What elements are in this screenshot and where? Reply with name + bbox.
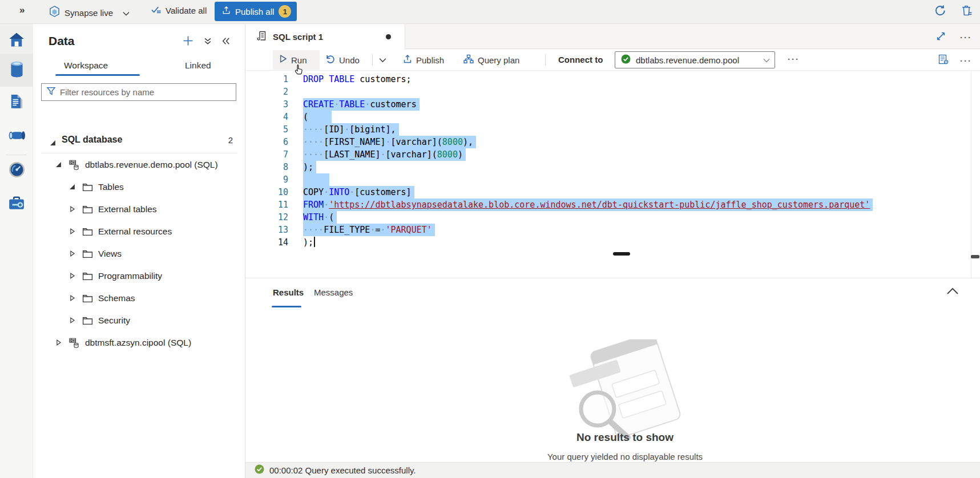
gauge-icon bbox=[9, 161, 25, 180]
run-options-chevron[interactable] bbox=[379, 49, 386, 71]
tab-more-actions[interactable]: ··· bbox=[960, 33, 972, 42]
section-sql-database[interactable]: SQL database 2 bbox=[33, 131, 245, 152]
refresh-icon[interactable] bbox=[934, 5, 946, 19]
collapsed-arrow-icon[interactable] bbox=[69, 228, 77, 234]
expand-all-icon[interactable] bbox=[204, 37, 212, 47]
undo-label: Undo bbox=[339, 55, 360, 65]
publish-all-label: Publish all bbox=[235, 7, 274, 17]
collapsed-arrow-icon[interactable] bbox=[69, 250, 77, 257]
code-line-8: 8); bbox=[245, 161, 873, 173]
code-line-1: 1DROP TABLE customers; bbox=[245, 73, 873, 86]
tree-item-label: dbtlabs.revenue.demo.pool (SQL) bbox=[85, 160, 218, 170]
line-number: 14 bbox=[245, 236, 288, 249]
publish-count-badge: 1 bbox=[279, 5, 291, 18]
collapse-panel-icon[interactable] bbox=[222, 37, 230, 47]
line-number: 4 bbox=[245, 111, 288, 123]
nav-monitor-button[interactable] bbox=[0, 154, 33, 187]
resource-tree: dbtlabs.revenue.demo.pool (SQL)TablesExt… bbox=[33, 153, 245, 354]
line-number: 9 bbox=[245, 173, 288, 186]
filter-input[interactable] bbox=[60, 87, 236, 97]
sql-code-editor[interactable]: 1DROP TABLE customers;23CREATE·TABLE·cus… bbox=[245, 71, 980, 278]
tab-title: SQL script 1 bbox=[273, 32, 323, 42]
code-line-10: 10COPY·INTO·[customers] bbox=[245, 186, 873, 199]
left-nav-rail bbox=[0, 24, 33, 478]
results-panel: No results to show Your query yielded no… bbox=[245, 308, 980, 462]
folder-icon bbox=[82, 205, 93, 214]
properties-icon[interactable] bbox=[938, 54, 949, 67]
editor-scrollbar-gutter bbox=[971, 71, 971, 278]
expanded-arrow-icon[interactable] bbox=[50, 138, 56, 148]
tree-item-external-tables[interactable]: External tables bbox=[33, 198, 245, 220]
dropdown-chevron-icon bbox=[763, 55, 770, 65]
publish-upload-icon bbox=[403, 54, 412, 66]
line-number: 12 bbox=[245, 211, 288, 224]
environment-switcher[interactable]: Synapse live bbox=[49, 5, 113, 20]
tree-item-dbtmsft-azsyn-cipool-sql[interactable]: dbtmsft.azsyn.cipool (SQL) bbox=[33, 331, 245, 354]
tab-sql-script-1[interactable]: SQL script 1 bbox=[245, 24, 405, 49]
nav-data-button[interactable] bbox=[0, 54, 33, 87]
code-line-7: 7····[LAST_NAME]·[varchar](8000) bbox=[245, 148, 873, 161]
tree-item-label: Security bbox=[98, 315, 130, 326]
collapsed-arrow-icon[interactable] bbox=[69, 295, 77, 301]
tab-workspace[interactable]: Workspace bbox=[64, 60, 108, 71]
tree-item-views[interactable]: Views bbox=[33, 242, 245, 265]
tree-item-label: External resources bbox=[98, 226, 172, 237]
publish-all-button[interactable]: Publish all 1 bbox=[215, 2, 297, 21]
nav-integrate-button[interactable] bbox=[0, 120, 33, 153]
expanded-arrow-icon[interactable] bbox=[55, 161, 63, 168]
tab-results[interactable]: Results bbox=[273, 287, 304, 297]
publish-button[interactable]: Publish bbox=[403, 49, 444, 71]
nav-manage-button[interactable] bbox=[0, 188, 33, 221]
query-plan-icon bbox=[463, 54, 474, 66]
scrollbar-thumb[interactable] bbox=[971, 255, 979, 258]
code-line-11: 11FROM·'https://dbtlabsynapsedatalake.bl… bbox=[245, 199, 873, 211]
add-resource-icon[interactable] bbox=[183, 35, 193, 48]
query-plan-button[interactable]: Query plan bbox=[463, 49, 519, 71]
code-line-5: 5····[ID]·[bigint], bbox=[245, 123, 873, 136]
nav-home-button[interactable] bbox=[0, 24, 33, 57]
tree-item-tables[interactable]: Tables bbox=[33, 176, 245, 198]
collapsed-arrow-icon[interactable] bbox=[69, 206, 77, 212]
toolbar-more-actions[interactable]: ··· bbox=[788, 54, 800, 64]
validate-all-button[interactable]: Validate all bbox=[151, 5, 207, 16]
code-line-3: 3CREATE·TABLE·customers bbox=[245, 98, 873, 111]
line-number: 11 bbox=[245, 199, 288, 211]
undo-button[interactable]: Undo bbox=[325, 49, 360, 71]
tree-item-dbtlabs-revenue-demo-pool-sql[interactable]: dbtlabs.revenue.demo.pool (SQL) bbox=[33, 153, 245, 176]
connect-to-dropdown[interactable]: dbtlabs.revenue.demo.pool bbox=[615, 51, 775, 68]
expand-menu-icon[interactable]: » bbox=[19, 5, 23, 16]
tree-item-schemas[interactable]: Schemas bbox=[33, 287, 245, 309]
tree-item-security[interactable]: Security bbox=[33, 309, 245, 331]
filter-funnel-icon bbox=[47, 87, 55, 98]
line-number: 10 bbox=[245, 186, 288, 199]
connect-to-label: Connect to bbox=[558, 55, 603, 64]
code-line-9: 9 bbox=[245, 173, 873, 186]
discard-all-icon[interactable] bbox=[961, 5, 972, 19]
editor-more-actions[interactable]: ··· bbox=[960, 56, 972, 66]
run-label: Run bbox=[291, 55, 307, 65]
editor-toolbar: Run Undo Publish bbox=[245, 49, 980, 71]
tab-messages[interactable]: Messages bbox=[314, 287, 353, 297]
status-bar: 00:00:02 Query executed successfully. bbox=[245, 462, 980, 478]
nav-develop-button[interactable] bbox=[0, 87, 33, 120]
expanded-arrow-icon[interactable] bbox=[69, 184, 77, 190]
line-number: 8 bbox=[245, 161, 288, 173]
collapsed-arrow-icon[interactable] bbox=[55, 339, 63, 346]
results-resize-handle[interactable] bbox=[613, 252, 630, 256]
code-line-2: 2 bbox=[245, 86, 873, 98]
tree-item-external-resources[interactable]: External resources bbox=[33, 220, 245, 242]
code-line-6: 6····[FIRST_NAME]·[varchar](8000), bbox=[245, 136, 873, 148]
expand-editor-icon[interactable] bbox=[937, 32, 945, 43]
results-header: Results Messages bbox=[245, 278, 980, 308]
collapsed-arrow-icon[interactable] bbox=[69, 317, 77, 323]
document-icon bbox=[9, 94, 25, 112]
folder-icon bbox=[82, 183, 93, 192]
environment-chevron-icon[interactable] bbox=[123, 8, 130, 18]
tab-linked[interactable]: Linked bbox=[185, 60, 211, 71]
publish-label: Publish bbox=[416, 55, 444, 65]
line-number: 3 bbox=[245, 98, 288, 111]
collapse-results-icon[interactable] bbox=[946, 286, 959, 298]
collapsed-arrow-icon[interactable] bbox=[69, 273, 77, 279]
validate-all-label: Validate all bbox=[166, 6, 207, 15]
tree-item-programmability[interactable]: Programmability bbox=[33, 265, 245, 287]
